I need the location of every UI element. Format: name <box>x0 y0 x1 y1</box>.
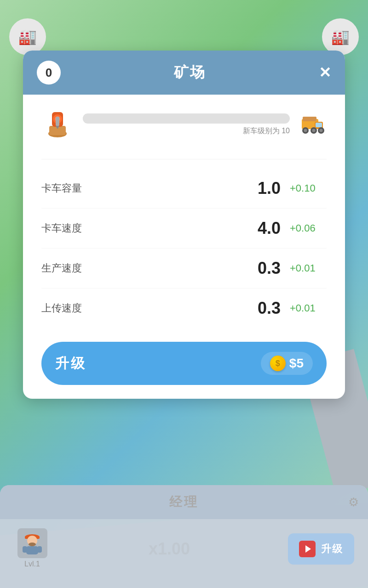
play-triangle <box>305 545 311 553</box>
truck-icon <box>299 111 327 138</box>
progress-section: 新车级别为 10 <box>41 104 327 145</box>
stat-value-capacity: 1.0 <box>244 179 281 198</box>
stat-increment-capacity: +0.10 <box>290 182 327 194</box>
stat-value-container-production: 0.3 +0.01 <box>244 259 327 278</box>
svg-point-15 <box>320 129 323 132</box>
svg-point-11 <box>304 129 307 132</box>
stat-label-upload: 上传速度 <box>41 301 82 315</box>
progress-bar-wrapper <box>83 113 290 124</box>
stat-label-capacity: 卡车容量 <box>41 181 82 195</box>
stat-row-capacity: 卡车容量 1.0 +0.10 <box>41 169 327 209</box>
manager-upgrade-button[interactable]: 升级 <box>288 533 354 565</box>
stat-value-container-capacity: 1.0 +0.10 <box>244 179 327 198</box>
upgrade-button-label: 升级 <box>55 354 86 373</box>
manager-level: Lvl.1 <box>24 560 40 568</box>
manager-avatar-image <box>17 528 47 558</box>
level-value: 0 <box>46 66 52 80</box>
progress-label: 新车级别为 10 <box>83 126 290 136</box>
modal-title: 矿场 <box>174 62 206 83</box>
manager-section: 经理 ⚙ <box>0 485 368 588</box>
svg-point-20 <box>29 543 36 546</box>
stat-increment-speed: +0.06 <box>290 222 327 234</box>
stat-label-speed: 卡车速度 <box>41 221 82 235</box>
settings-icon[interactable]: ⚙ <box>348 495 359 509</box>
svg-rect-22 <box>23 546 27 553</box>
svg-rect-9 <box>316 123 322 127</box>
bg-icon-right: 🏭 <box>322 18 359 55</box>
stat-value-container-upload: 0.3 +0.01 <box>244 299 327 318</box>
play-icon <box>299 541 316 557</box>
stat-row-speed: 卡车速度 4.0 +0.06 <box>41 209 327 249</box>
manager-avatar: Lvl.1 <box>14 528 51 570</box>
main-modal: 0 矿场 ✕ <box>23 51 345 399</box>
manager-multiplier: x1.00 <box>60 539 279 559</box>
upgrade-button-price-text: $5 <box>289 356 304 371</box>
close-button[interactable]: ✕ <box>319 65 331 80</box>
stat-increment-production: +0.01 <box>290 262 327 274</box>
coin-icon: $ <box>270 356 286 371</box>
stat-row-production: 生产速度 0.3 +0.01 <box>41 249 327 288</box>
modal-header: 0 矿场 ✕ <box>23 51 345 95</box>
progress-bar-fill <box>83 113 87 124</box>
stat-row-upload: 上传速度 0.3 +0.01 <box>41 288 327 328</box>
svg-rect-23 <box>37 546 42 553</box>
svg-point-13 <box>312 129 316 132</box>
stat-value-container-speed: 4.0 +0.06 <box>244 219 327 238</box>
stat-value-speed: 4.0 <box>244 219 281 238</box>
factory-icon <box>41 108 74 141</box>
manager-upgrade-label: 升级 <box>321 542 343 556</box>
upgrade-button[interactable]: 升级 $ $5 <box>41 342 327 385</box>
bg-icon-left: 🏭 <box>9 18 46 55</box>
upgrade-button-price: $ $5 <box>261 352 313 375</box>
stat-value-production: 0.3 <box>244 259 281 278</box>
svg-rect-16 <box>303 117 316 121</box>
svg-rect-21 <box>26 546 38 554</box>
stat-increment-upload: +0.01 <box>290 302 327 314</box>
manager-title: 经理 <box>169 493 199 511</box>
manager-body: Lvl.1 x1.00 升级 <box>0 519 368 579</box>
modal-body: 新车级别为 10 <box>23 95 345 399</box>
level-badge: 0 <box>37 61 61 85</box>
svg-rect-5 <box>56 117 59 126</box>
stats-section: 卡车容量 1.0 +0.10 卡车速度 4.0 +0.06 生产速度 0.3 +… <box>41 159 327 328</box>
manager-header: 经理 ⚙ <box>0 485 368 519</box>
stat-label-production: 生产速度 <box>41 261 82 275</box>
progress-container: 新车级别为 10 <box>83 113 290 136</box>
stat-value-upload: 0.3 <box>244 299 281 318</box>
